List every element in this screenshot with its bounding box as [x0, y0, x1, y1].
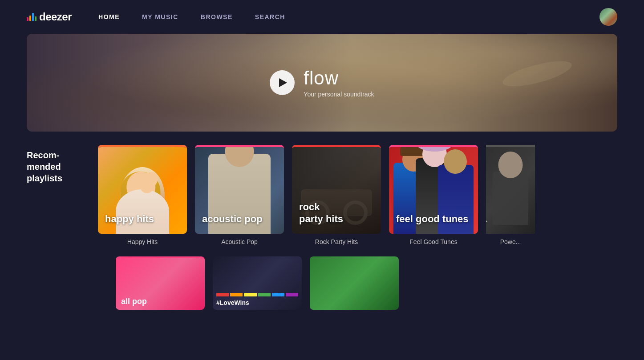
color-green — [258, 293, 271, 296]
svg-point-0 — [501, 56, 574, 92]
all-pop-content: all pop — [116, 258, 205, 310]
nav-browse[interactable]: BROWSE — [201, 13, 233, 20]
playlist-item-acoustic-pop[interactable]: acoustic pop Acoustic Pop — [195, 145, 284, 245]
flow-play-button[interactable] — [270, 70, 295, 95]
bottom-thumb-green[interactable] — [310, 256, 399, 310]
thumb-person-partial — [486, 147, 535, 234]
hero-decoration — [448, 47, 582, 100]
playlist-grid: happy hits Happy Hits acoustic pop — [98, 145, 535, 245]
playlist-name-rock-party-hits: Rock Party Hits — [315, 238, 358, 245]
hero-info: flow Your personal soundtrack — [304, 68, 374, 98]
user-avatar[interactable] — [599, 8, 617, 26]
playlist-name-feel-good-tunes: Feel Good Tunes — [409, 238, 457, 245]
playlist-name-happy-hits: Happy Hits — [127, 238, 158, 245]
logo-bar-3 — [32, 13, 34, 21]
recommended-section: Recom-mendedplaylists — [0, 132, 644, 250]
hero-content: flow Your personal soundtrack — [270, 68, 374, 98]
section-label: Recom-mendedplaylists — [27, 145, 85, 184]
color-yellow — [244, 293, 256, 296]
playlist-name-partial: Powe... — [500, 238, 521, 245]
playlist-thumb-partial: p... — [486, 145, 535, 234]
playlist-name-acoustic-pop: Acoustic Pop — [221, 238, 258, 245]
bottom-thumb-love-wins[interactable]: #LoveWins — [213, 256, 302, 310]
hero-banner[interactable]: flow Your personal soundtrack — [27, 34, 617, 132]
main-nav: HOME MY MUSIC BROWSE SEARCH — [98, 13, 573, 20]
person-right-head — [444, 149, 467, 174]
logo[interactable]: deezer — [27, 11, 72, 23]
logo-bars-icon — [27, 13, 36, 21]
playlist-thumb-rock-party-hits: rockparty hits — [292, 145, 381, 234]
playlist-thumb-happy-hits: happy hits — [98, 145, 187, 234]
logo-bar-1 — [27, 17, 28, 21]
nav-my-music[interactable]: MY MUSIC — [142, 13, 178, 20]
logo-text: deezer — [39, 11, 72, 23]
thumb-bg-partial — [486, 147, 535, 234]
feel-good-tunes-overlay: feel good tunes — [396, 213, 469, 225]
happy-hits-overlay: happy hits — [105, 213, 154, 225]
section-row: Recom-mendedplaylists — [27, 145, 617, 245]
color-orange — [230, 293, 243, 296]
bottom-row: all pop #LoveWins — [0, 250, 644, 314]
nav-home[interactable]: HOME — [98, 13, 120, 20]
header: deezer HOME MY MUSIC BROWSE SEARCH — [0, 0, 644, 34]
logo-bar-2 — [29, 16, 31, 21]
all-pop-label: all pop — [121, 297, 147, 306]
body-shape — [116, 189, 169, 234]
partial-overlay: p... — [486, 213, 487, 225]
logo-bar-4 — [35, 16, 36, 21]
playlist-item-happy-hits[interactable]: happy hits Happy Hits — [98, 145, 187, 245]
nav-search[interactable]: SEARCH — [255, 13, 285, 20]
acoustic-pop-overlay: acoustic pop — [202, 213, 263, 225]
love-wins-bar — [216, 293, 298, 296]
playlist-item-partial[interactable]: p... Powe... — [486, 145, 535, 245]
hero-title: flow — [304, 68, 374, 89]
playlist-item-rock-party-hits[interactable]: rockparty hits Rock Party Hits — [292, 145, 381, 245]
rock-party-hits-overlay: rockparty hits — [299, 201, 343, 225]
playlist-thumb-feel-good-tunes: feel good tunes — [389, 145, 478, 234]
color-purple — [286, 293, 298, 296]
love-wins-label: #LoveWins — [216, 299, 298, 306]
partial-head — [498, 152, 523, 178]
color-red — [216, 293, 229, 296]
playlist-item-feel-good-tunes[interactable]: feel good tunes Feel Good Tunes — [389, 145, 478, 245]
partial-body — [493, 172, 528, 225]
bottom-thumb-all-pop[interactable]: all pop — [116, 256, 205, 310]
color-blue — [272, 293, 284, 296]
hero-subtitle: Your personal soundtrack — [304, 91, 374, 98]
playlist-thumb-acoustic-pop: acoustic pop — [195, 145, 284, 234]
